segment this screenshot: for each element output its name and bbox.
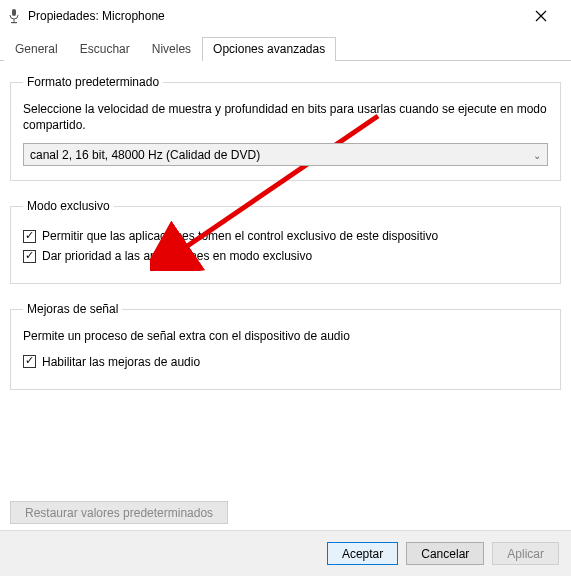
window-title: Propiedades: Microphone [28, 9, 165, 23]
label-exclusive-priority: Dar prioridad a las aplicaciones en modo… [42, 249, 312, 263]
checkbox-exclusive-priority[interactable] [23, 250, 36, 263]
tab-opciones-avanzadas[interactable]: Opciones avanzadas [202, 37, 336, 61]
default-format-description: Seleccione la velocidad de muestra y pro… [23, 101, 548, 133]
cancel-button[interactable]: Cancelar [406, 542, 484, 565]
titlebar: Propiedades: Microphone [0, 0, 571, 32]
group-exclusive-mode-legend: Modo exclusivo [23, 199, 114, 213]
dialog-footer: Aceptar Cancelar Aplicar [0, 530, 571, 576]
sample-format-value: canal 2, 16 bit, 48000 Hz (Calidad de DV… [30, 148, 260, 162]
tab-niveles[interactable]: Niveles [141, 37, 202, 61]
close-icon[interactable] [519, 1, 563, 31]
checkbox-allow-exclusive[interactable] [23, 230, 36, 243]
group-signal-enhancements: Mejoras de señal Permite un proceso de s… [10, 302, 561, 389]
tab-panel: Formato predeterminado Seleccione la vel… [0, 61, 571, 530]
sample-format-select[interactable]: canal 2, 16 bit, 48000 Hz (Calidad de DV… [23, 143, 548, 166]
label-enable-enhancements: Habilitar las mejoras de audio [42, 355, 200, 369]
svg-rect-0 [12, 9, 16, 16]
apply-button[interactable]: Aplicar [492, 542, 559, 565]
restore-defaults-button[interactable]: Restaurar valores predeterminados [10, 501, 228, 524]
group-default-format: Formato predeterminado Seleccione la vel… [10, 75, 561, 181]
checkbox-enable-enhancements[interactable] [23, 355, 36, 368]
ok-button[interactable]: Aceptar [327, 542, 398, 565]
svg-rect-1 [14, 19, 15, 22]
tab-escuchar[interactable]: Escuchar [69, 37, 141, 61]
group-default-format-legend: Formato predeterminado [23, 75, 163, 89]
tab-general[interactable]: General [4, 37, 69, 61]
svg-rect-2 [11, 22, 17, 23]
microphone-icon [8, 8, 22, 24]
group-signal-enhancements-legend: Mejoras de señal [23, 302, 122, 316]
enhancements-description: Permite un proceso de señal extra con el… [23, 328, 548, 344]
chevron-down-icon: ⌄ [533, 149, 541, 160]
group-exclusive-mode: Modo exclusivo Permitir que las aplicaci… [10, 199, 561, 284]
label-allow-exclusive: Permitir que las aplicaciones tomen el c… [42, 229, 438, 243]
tab-strip: General Escuchar Niveles Opciones avanza… [0, 36, 571, 61]
